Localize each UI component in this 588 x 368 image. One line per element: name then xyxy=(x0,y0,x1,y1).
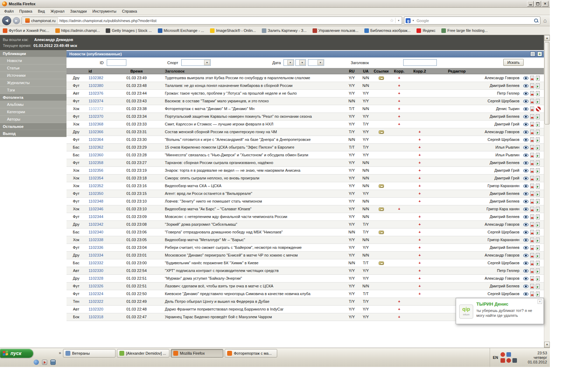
sidebar-item[interactable]: Публикации xyxy=(0,50,66,57)
search-button[interactable]: Искать xyxy=(503,59,524,66)
view-icon[interactable] xyxy=(523,130,528,134)
link-icon[interactable] xyxy=(379,261,384,265)
publish-icon[interactable] xyxy=(536,76,540,81)
edit-icon[interactable] xyxy=(530,276,534,281)
search-box[interactable]: g ▼ xyxy=(404,16,540,25)
row-id-link[interactable]: 1102352 xyxy=(89,184,103,188)
edit-icon[interactable] xyxy=(530,83,534,88)
edit-icon[interactable] xyxy=(530,284,534,289)
publish-icon[interactable] xyxy=(536,245,540,250)
bookmark-item[interactable]: Getty Images | Stock ... xyxy=(106,28,152,33)
sidebar-item[interactable]: Категории xyxy=(0,108,66,116)
view-icon[interactable] xyxy=(523,161,528,165)
view-icon[interactable] xyxy=(523,269,528,273)
sidebar-item[interactable]: Тэги xyxy=(0,87,66,94)
menu-item[interactable]: Правка xyxy=(16,8,35,15)
publish-icon[interactable] xyxy=(536,253,540,258)
row-id-link[interactable]: 1102354 xyxy=(89,176,103,180)
publish-icon[interactable] xyxy=(536,261,540,266)
tray-icon-3[interactable] xyxy=(500,358,505,363)
sidebar-item[interactable]: Статьи xyxy=(0,64,66,72)
edit-icon[interactable] xyxy=(530,292,534,297)
publish-icon[interactable] xyxy=(536,214,540,219)
view-icon[interactable] xyxy=(523,123,528,126)
view-icon[interactable] xyxy=(523,107,528,111)
start-button[interactable]: пуск xyxy=(0,349,33,358)
row-id-link[interactable]: 1102370 xyxy=(89,114,103,118)
link-icon[interactable] xyxy=(379,207,384,211)
view-icon[interactable] xyxy=(523,177,528,180)
row-id-link[interactable]: 1102376 xyxy=(89,91,103,95)
edit-icon[interactable] xyxy=(530,122,534,127)
view-icon[interactable] xyxy=(523,223,528,226)
filter-sport-select[interactable] xyxy=(181,59,211,66)
edit-icon[interactable] xyxy=(530,130,534,135)
taskbar-task[interactable]: Mozilla Firefox xyxy=(171,349,223,357)
edit-icon[interactable] xyxy=(530,107,534,111)
maximize-button[interactable] xyxy=(534,1,541,7)
view-icon[interactable] xyxy=(523,138,528,142)
qip-notification[interactable]: × qipinfium ТЫРИН Денис ты уберешь дубли… xyxy=(456,298,544,324)
scroll-up-icon[interactable]: ▲ xyxy=(544,35,550,41)
publish-icon[interactable] xyxy=(536,184,540,189)
language-indicator[interactable]: EN xyxy=(493,355,498,360)
publish-icon[interactable] xyxy=(536,238,540,243)
filter-title-input[interactable] xyxy=(403,59,437,66)
publish-icon[interactable] xyxy=(536,191,540,196)
search-icon[interactable] xyxy=(533,18,539,23)
view-icon[interactable] xyxy=(523,146,528,149)
view-icon[interactable] xyxy=(523,246,528,250)
publish-icon[interactable] xyxy=(536,83,540,88)
row-id-link[interactable]: 1102382 xyxy=(89,76,103,80)
sidebar-item[interactable]: Выход xyxy=(0,130,66,137)
row-id-link[interactable]: 1102374 xyxy=(89,99,103,103)
filter-month-select[interactable] xyxy=(295,59,306,66)
tray-icon-1[interactable] xyxy=(500,352,505,357)
minimize-button[interactable] xyxy=(527,1,534,7)
publish-icon[interactable] xyxy=(536,268,540,273)
url-bar[interactable]: championat.ru ☆ ▼ xyxy=(22,16,402,25)
export-icon[interactable] xyxy=(530,52,535,56)
add-news-icon[interactable] xyxy=(537,52,542,56)
view-icon[interactable] xyxy=(523,169,528,172)
menu-item[interactable]: Справка xyxy=(119,8,140,15)
edit-icon[interactable] xyxy=(530,145,534,150)
edit-icon[interactable] xyxy=(530,91,534,96)
publish-icon[interactable] xyxy=(536,176,540,181)
bookmark-item[interactable]: ImageShack® - Onlin... xyxy=(210,28,256,33)
row-id-link[interactable]: 1102346 xyxy=(89,207,103,211)
link-icon[interactable] xyxy=(379,231,384,234)
close-icon[interactable]: × xyxy=(538,299,542,304)
edit-icon[interactable] xyxy=(530,137,534,142)
view-icon[interactable] xyxy=(523,184,528,188)
publish-icon[interactable] xyxy=(536,153,540,158)
view-icon[interactable] xyxy=(523,200,528,203)
edit-icon[interactable] xyxy=(530,99,534,104)
sidebar-item[interactable]: Альбомы xyxy=(0,101,66,108)
row-id-link[interactable]: 1102350 xyxy=(89,191,103,196)
edit-icon[interactable] xyxy=(530,176,534,181)
edit-icon[interactable] xyxy=(530,199,534,204)
row-id-link[interactable]: 1102320 xyxy=(89,307,103,311)
row-id-link[interactable]: 1102348 xyxy=(89,199,103,203)
row-id-link[interactable]: 1102368 xyxy=(89,122,103,126)
back-button[interactable]: ◀ xyxy=(2,16,11,25)
row-id-link[interactable]: 1102332 xyxy=(89,261,103,265)
link-icon[interactable] xyxy=(379,130,384,134)
tray-icon-2[interactable] xyxy=(506,352,511,357)
row-id-link[interactable]: 1102328 xyxy=(89,276,103,280)
globe-icon[interactable] xyxy=(34,360,39,365)
menu-item[interactable]: Журнал xyxy=(48,8,67,15)
view-icon[interactable] xyxy=(523,277,528,280)
view-icon[interactable] xyxy=(523,215,528,219)
edit-icon[interactable] xyxy=(530,161,534,165)
publish-icon[interactable] xyxy=(536,292,540,297)
row-id-link[interactable]: 1102360 xyxy=(89,153,103,157)
row-id-link[interactable]: 1102356 xyxy=(89,168,103,172)
publish-icon[interactable] xyxy=(536,168,540,173)
bookmark-item[interactable]: Управление пользов... xyxy=(313,28,358,33)
publish-icon[interactable] xyxy=(536,276,540,281)
publish-icon[interactable] xyxy=(536,137,540,142)
row-id-link[interactable]: 1102318 xyxy=(89,315,103,319)
scrollbar-thumb[interactable] xyxy=(545,42,550,124)
